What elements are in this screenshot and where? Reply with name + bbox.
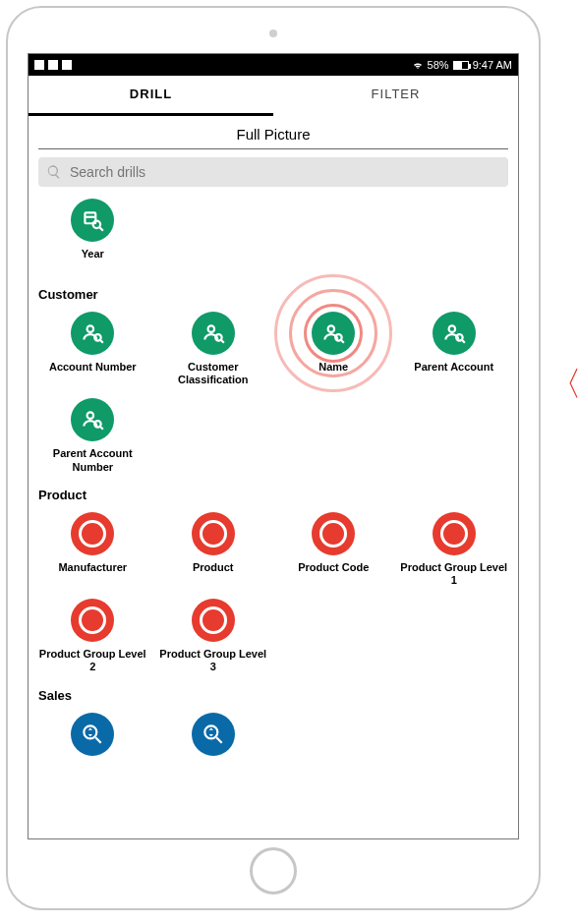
svg-point-11: [335, 334, 342, 341]
ring-icon: [192, 512, 235, 555]
drill-label: Product Group Level 2: [36, 648, 149, 673]
tab-drill[interactable]: DRILL: [29, 76, 273, 112]
svg-point-5: [94, 334, 101, 341]
drill-account-number[interactable]: Account Number: [32, 306, 153, 392]
svg-line-9: [221, 340, 224, 343]
search-input[interactable]: [70, 164, 500, 180]
svg-point-10: [328, 325, 335, 332]
drill-product-code[interactable]: Product Code: [273, 506, 394, 593]
updown-search-icon: [71, 713, 114, 756]
drill-name[interactable]: Name: [273, 306, 394, 392]
tablet-camera: [269, 29, 277, 37]
svg-point-17: [94, 421, 101, 428]
drill-label: Parent Account Number: [36, 447, 149, 473]
svg-point-8: [215, 334, 222, 341]
svg-point-14: [456, 334, 463, 341]
svg-point-21: [204, 725, 217, 738]
notification-icon: [62, 60, 72, 70]
drill-label: Name: [318, 361, 348, 386]
drill-label: Customer Classification: [157, 361, 270, 386]
status-right: 58% 9:47 AM: [412, 59, 512, 71]
search-box[interactable]: [38, 157, 508, 187]
customer-grid: Account Number Customer Classification N…: [29, 306, 518, 480]
svg-line-20: [96, 737, 101, 742]
svg-line-3: [100, 228, 103, 231]
drill-manufacturer[interactable]: Manufacturer: [32, 506, 153, 593]
external-pointer-icon: 〈: [549, 362, 578, 407]
drill-label: Product Group Level 1: [398, 561, 511, 587]
search-icon: [46, 164, 62, 180]
section-sales-label: Sales: [29, 680, 518, 707]
drill-product[interactable]: Product: [153, 506, 274, 593]
section-product-label: Product: [29, 480, 518, 506]
drill-label: Product Group Level 3: [157, 648, 270, 673]
wifi-icon: [412, 59, 424, 71]
drill-product-group-3[interactable]: Product Group Level 3: [153, 593, 274, 679]
drill-product-group-1[interactable]: Product Group Level 1: [394, 506, 515, 593]
person-search-icon: [71, 312, 114, 355]
drill-parent-account[interactable]: Parent Account: [394, 306, 515, 392]
ring-icon: [433, 512, 476, 555]
tablet-frame: 58% 9:47 AM DRILL FILTER Full Picture: [6, 6, 541, 910]
ring-icon: [312, 512, 355, 555]
drill-label: Manufacturer: [58, 561, 127, 587]
drill-product-group-2[interactable]: Product Group Level 2: [32, 593, 153, 679]
ring-icon: [192, 599, 235, 642]
home-button[interactable]: [250, 847, 297, 895]
calendar-search-icon: [71, 199, 114, 242]
person-search-icon: [71, 398, 114, 441]
svg-point-4: [87, 325, 94, 332]
drill-year[interactable]: Year: [32, 193, 153, 279]
page-title: Full Picture: [29, 116, 518, 148]
person-search-icon: [433, 312, 476, 355]
drill-sales-1[interactable]: [32, 707, 153, 793]
battery-icon: [453, 61, 469, 70]
notification-icon: [34, 60, 44, 70]
drill-label: Year: [82, 248, 104, 273]
svg-point-16: [87, 413, 94, 420]
svg-line-12: [341, 340, 344, 343]
drill-customer-classification[interactable]: Customer Classification: [153, 306, 274, 392]
section-customer-label: Customer: [29, 279, 518, 306]
drill-label: Parent Account: [414, 361, 493, 386]
battery-percentage: 58%: [428, 59, 449, 71]
notification-icon: [48, 60, 58, 70]
screen: 58% 9:47 AM DRILL FILTER Full Picture: [28, 53, 519, 839]
drill-label: Product Code: [298, 561, 369, 587]
svg-line-15: [462, 340, 465, 343]
svg-line-18: [100, 427, 103, 430]
ring-icon: [71, 599, 114, 642]
svg-point-19: [85, 725, 97, 738]
svg-point-13: [448, 325, 455, 332]
tab-bar: DRILL FILTER: [29, 76, 518, 113]
status-left-icons: [34, 60, 72, 70]
ring-icon: [71, 512, 114, 555]
updown-search-icon: [192, 713, 235, 756]
drill-sales-2[interactable]: [153, 707, 274, 793]
drill-label: Product: [193, 561, 234, 587]
drill-label: Account Number: [49, 361, 137, 386]
tab-filter[interactable]: FILTER: [273, 76, 518, 112]
time-grid: Year: [29, 193, 518, 279]
drill-parent-account-number[interactable]: Parent Account Number: [32, 392, 153, 479]
person-search-icon: [192, 312, 235, 355]
clock: 9:47 AM: [473, 59, 512, 71]
title-divider: [38, 148, 508, 149]
svg-point-7: [207, 325, 214, 332]
sales-grid: [29, 707, 518, 793]
svg-line-6: [100, 340, 103, 343]
person-search-icon: [312, 312, 355, 355]
status-bar: 58% 9:47 AM: [29, 54, 518, 76]
svg-line-22: [216, 737, 221, 742]
product-grid: Manufacturer Product Product Code Produc…: [29, 506, 518, 680]
